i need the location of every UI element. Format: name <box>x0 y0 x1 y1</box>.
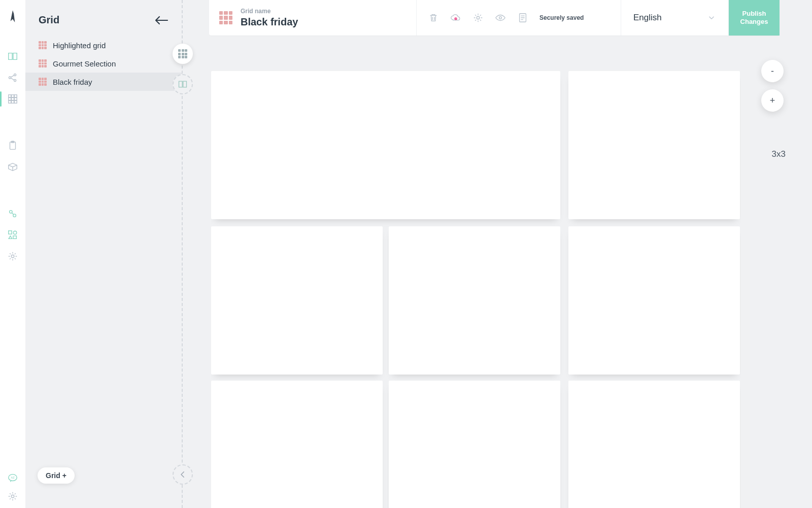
rail-clipboard[interactable] <box>0 135 25 156</box>
sidebar-item-black-friday[interactable]: Black friday <box>25 73 182 91</box>
publish-button[interactable]: Publish Changes <box>729 0 780 36</box>
svg-rect-16 <box>9 231 12 234</box>
grid-cell[interactable] <box>211 381 383 508</box>
svg-point-25 <box>499 17 502 19</box>
save-status: Securely saved <box>539 14 584 21</box>
svg-point-19 <box>11 255 14 258</box>
grid-icon <box>178 49 187 58</box>
grid-name-value[interactable]: Black friday <box>241 16 298 27</box>
app-logo[interactable] <box>6 9 19 25</box>
divider-book-button[interactable] <box>173 74 193 94</box>
grid-icon <box>39 41 47 49</box>
svg-point-1 <box>14 74 16 76</box>
svg-rect-5 <box>14 95 17 97</box>
svg-rect-3 <box>9 95 11 97</box>
rail-chat[interactable]: AZ <box>0 472 25 484</box>
back-arrow-icon[interactable] <box>154 15 168 25</box>
sidebar-item-label: Gourmet Selection <box>53 59 116 68</box>
grid-canvas[interactable] <box>211 71 741 508</box>
svg-rect-18 <box>13 236 16 239</box>
chevron-left-icon <box>178 470 187 479</box>
svg-point-24 <box>477 16 480 19</box>
language-value: English <box>633 13 662 23</box>
rail-share[interactable] <box>0 67 25 88</box>
side-panel: Grid Highlighted grid Gourmet Selection … <box>25 0 182 508</box>
rail-box[interactable] <box>0 156 25 178</box>
sidebar-item-gourmet-selection[interactable]: Gourmet Selection <box>25 54 182 73</box>
grid-cell[interactable] <box>389 226 560 375</box>
grid-cell[interactable] <box>568 71 740 219</box>
grid-name-label: Grid name <box>241 8 298 15</box>
header-bar: Grid name Black friday Securely saved En… <box>209 0 780 36</box>
grid-icon <box>39 78 47 86</box>
document-button[interactable] <box>517 12 528 23</box>
header-grid-icon <box>219 11 232 24</box>
grid-cell[interactable] <box>568 226 740 375</box>
rail-webhooks[interactable] <box>0 203 25 224</box>
rail-gear-bottom[interactable] <box>0 491 25 502</box>
rail-grid[interactable] <box>0 88 25 110</box>
divider-grid-button[interactable] <box>173 44 193 64</box>
panel-divider <box>182 0 183 508</box>
svg-rect-7 <box>11 97 14 100</box>
document-icon <box>517 12 528 23</box>
side-panel-title: Grid <box>39 14 59 26</box>
sidebar-item-label: Highlighted grid <box>53 41 106 50</box>
cloud-off-icon <box>450 12 461 23</box>
grid-dimensions-label: 3x3 <box>772 149 786 159</box>
svg-point-22 <box>11 495 14 498</box>
svg-point-17 <box>13 231 16 234</box>
delete-button[interactable] <box>428 12 439 23</box>
zoom-in-button[interactable]: + <box>761 89 784 112</box>
rail-catalog[interactable] <box>0 46 25 67</box>
grid-cell[interactable] <box>211 71 560 219</box>
svg-rect-8 <box>14 97 17 100</box>
svg-text:AZ: AZ <box>11 476 15 479</box>
grid-cell[interactable] <box>389 381 560 508</box>
language-select[interactable]: English <box>621 0 729 36</box>
zoom-out-button[interactable]: - <box>761 60 784 82</box>
grid-icon <box>39 59 47 67</box>
sidebar-item-label: Black friday <box>53 78 92 86</box>
sidebar-item-highlighted-grid[interactable]: Highlighted grid <box>25 36 182 54</box>
svg-point-0 <box>9 77 11 79</box>
zoom-controls: - + <box>761 60 784 112</box>
svg-rect-9 <box>9 100 11 103</box>
svg-rect-12 <box>10 142 16 150</box>
rail-settings-gear[interactable] <box>0 246 25 267</box>
grid-cell[interactable] <box>568 381 740 508</box>
svg-rect-11 <box>14 100 17 103</box>
add-grid-button[interactable]: Grid + <box>38 467 75 484</box>
divider-collapse-button[interactable] <box>173 464 193 485</box>
book-icon <box>178 79 188 89</box>
svg-point-2 <box>14 79 16 81</box>
svg-rect-6 <box>9 97 11 100</box>
gear-icon <box>472 12 484 23</box>
unpublish-button[interactable] <box>450 12 461 23</box>
trash-icon <box>428 12 439 23</box>
chevron-down-icon <box>707 13 716 22</box>
grid-cell[interactable] <box>211 226 383 375</box>
preview-button[interactable] <box>495 12 506 23</box>
icon-rail: AZ <box>0 0 25 508</box>
eye-icon <box>495 12 506 23</box>
settings-button[interactable] <box>472 12 484 23</box>
rail-shapes[interactable] <box>0 224 25 246</box>
svg-rect-4 <box>11 95 14 97</box>
svg-rect-10 <box>11 100 14 103</box>
